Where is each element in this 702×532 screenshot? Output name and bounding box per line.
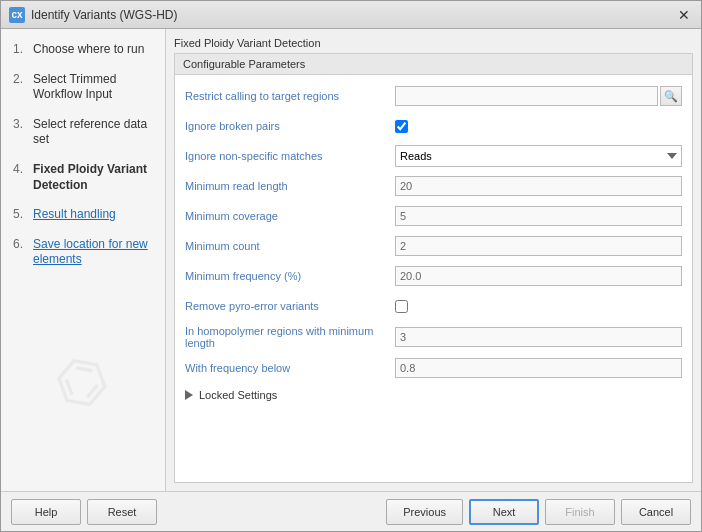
sidebar-item-choose-where[interactable]: 1. Choose where to run xyxy=(9,39,157,61)
step-number-1: 1. xyxy=(13,42,27,58)
step-label-5: Result handling xyxy=(33,207,116,223)
label-restrict-calling: Restrict calling to target regions xyxy=(185,90,395,102)
ignore-nonspecific-select[interactable]: Reads None Both strands xyxy=(395,145,682,167)
step-number-2: 2. xyxy=(13,72,27,103)
step-label-3: Select reference data set xyxy=(33,117,153,148)
panel-header: Configurable Parameters xyxy=(175,54,692,75)
label-homopolymer-min-length: In homopolymer regions with minimum leng… xyxy=(185,325,395,349)
field-homopolymer-min-length: In homopolymer regions with minimum leng… xyxy=(185,325,682,349)
field-ignore-nonspecific: Ignore non-specific matches Reads None B… xyxy=(185,145,682,167)
remove-pyro-error-wrapper xyxy=(395,300,408,313)
min-count-input[interactable] xyxy=(395,236,682,256)
label-min-read-length: Minimum read length xyxy=(185,180,395,192)
frequency-below-input[interactable] xyxy=(395,358,682,378)
step-number-3: 3. xyxy=(13,117,27,148)
sidebar-item-save-location[interactable]: 6. Save location for new elements xyxy=(9,234,157,271)
step-label-4: Fixed Ploidy Variant Detection xyxy=(33,162,153,193)
field-min-frequency: Minimum frequency (%) xyxy=(185,265,682,287)
ignore-broken-pairs-checkbox[interactable] xyxy=(395,120,408,133)
footer-left: Help Reset xyxy=(11,499,157,525)
content-area: 1. Choose where to run 2. Select Trimmed… xyxy=(1,29,701,491)
main-window: cx Identify Variants (WGS-HD) ✕ 1. Choos… xyxy=(0,0,702,532)
cancel-button[interactable]: Cancel xyxy=(621,499,691,525)
label-min-coverage: Minimum coverage xyxy=(185,210,395,222)
folder-icon: 🔍 xyxy=(664,90,678,103)
footer-right: Previous Next Finish Cancel xyxy=(386,499,691,525)
previous-button[interactable]: Previous xyxy=(386,499,463,525)
field-restrict-calling: Restrict calling to target regions 🔍 xyxy=(185,85,682,107)
close-button[interactable]: ✕ xyxy=(675,6,693,24)
sidebar: 1. Choose where to run 2. Select Trimmed… xyxy=(1,29,166,491)
ignore-broken-pairs-wrapper xyxy=(395,120,408,133)
expand-icon xyxy=(185,390,193,400)
label-min-count: Minimum count xyxy=(185,240,395,252)
app-icon: cx xyxy=(9,7,25,23)
min-coverage-input[interactable] xyxy=(395,206,682,226)
window-title: Identify Variants (WGS-HD) xyxy=(31,8,177,22)
step-number-4: 4. xyxy=(13,162,27,193)
sidebar-item-fixed-ploidy[interactable]: 4. Fixed Ploidy Variant Detection xyxy=(9,159,157,196)
next-button[interactable]: Next xyxy=(469,499,539,525)
label-ignore-nonspecific: Ignore non-specific matches xyxy=(185,150,395,162)
field-ignore-broken-pairs: Ignore broken pairs xyxy=(185,115,682,137)
reset-button[interactable]: Reset xyxy=(87,499,157,525)
config-panel: Configurable Parameters Restrict calling… xyxy=(174,53,693,483)
sidebar-item-select-reference[interactable]: 3. Select reference data set xyxy=(9,114,157,151)
titlebar: cx Identify Variants (WGS-HD) ✕ xyxy=(1,1,701,29)
field-min-read-length: Minimum read length xyxy=(185,175,682,197)
panel-body: Restrict calling to target regions 🔍 Ign… xyxy=(175,75,692,482)
locked-settings-section[interactable]: Locked Settings xyxy=(185,389,682,401)
footer: Help Reset Previous Next Finish Cancel xyxy=(1,491,701,531)
finish-button[interactable]: Finish xyxy=(545,499,615,525)
watermark: ⌬ xyxy=(1,291,166,470)
sidebar-item-select-input[interactable]: 2. Select Trimmed Workflow Input xyxy=(9,69,157,106)
restrict-calling-input[interactable] xyxy=(395,86,658,106)
step-label-6: Save location for new elements xyxy=(33,237,153,268)
remove-pyro-error-checkbox[interactable] xyxy=(395,300,408,313)
main-panel: Fixed Ploidy Variant Detection Configura… xyxy=(166,29,701,491)
homopolymer-min-length-input[interactable] xyxy=(395,327,682,347)
field-frequency-below: With frequency below xyxy=(185,357,682,379)
browse-button[interactable]: 🔍 xyxy=(660,86,682,106)
step-number-5: 5. xyxy=(13,207,27,223)
step-label-2: Select Trimmed Workflow Input xyxy=(33,72,153,103)
label-remove-pyro-error: Remove pyro-error variants xyxy=(185,300,395,312)
min-frequency-input[interactable] xyxy=(395,266,682,286)
label-frequency-below: With frequency below xyxy=(185,362,395,374)
locked-settings-label: Locked Settings xyxy=(199,389,277,401)
label-min-frequency: Minimum frequency (%) xyxy=(185,270,395,282)
field-min-count: Minimum count xyxy=(185,235,682,257)
restrict-calling-input-group: 🔍 xyxy=(395,86,682,106)
titlebar-left: cx Identify Variants (WGS-HD) xyxy=(9,7,177,23)
field-min-coverage: Minimum coverage xyxy=(185,205,682,227)
min-read-length-input[interactable] xyxy=(395,176,682,196)
step-label-1: Choose where to run xyxy=(33,42,144,58)
step-number-6: 6. xyxy=(13,237,27,268)
section-title: Fixed Ploidy Variant Detection xyxy=(174,37,693,49)
sidebar-item-result-handling[interactable]: 5. Result handling xyxy=(9,204,157,226)
label-ignore-broken-pairs: Ignore broken pairs xyxy=(185,120,395,132)
field-remove-pyro-error: Remove pyro-error variants xyxy=(185,295,682,317)
help-button[interactable]: Help xyxy=(11,499,81,525)
